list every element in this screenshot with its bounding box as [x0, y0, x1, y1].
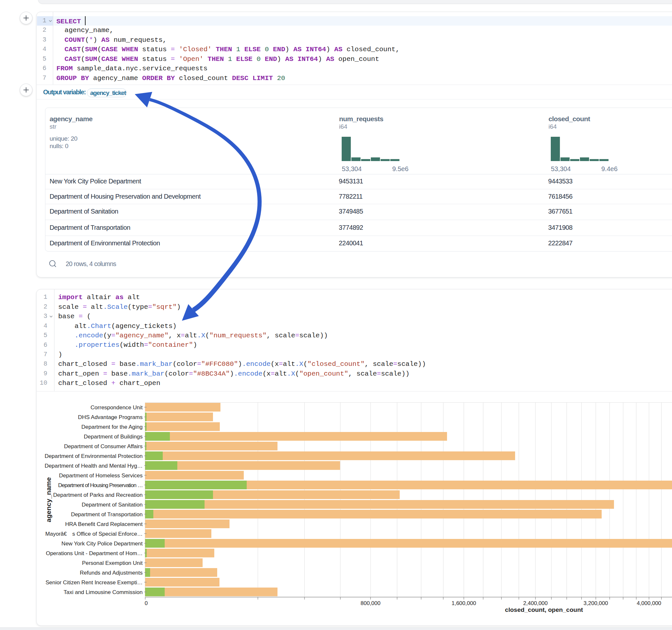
svg-text:DHS Advantage Programs: DHS Advantage Programs	[78, 414, 143, 420]
svg-text:Personal Exemption Unit: Personal Exemption Unit	[82, 560, 143, 566]
svg-text:Department of Health and Menta: Department of Health and Mental Hyg…	[45, 463, 143, 469]
svg-text:0: 0	[145, 600, 147, 606]
svg-text:Refunds and Adjustments: Refunds and Adjustments	[80, 570, 143, 576]
svg-text:Department of Environmental Pr: Department of Environmental Protection	[45, 453, 143, 459]
svg-text:Department of Housing Preserva: Department of Housing Preservation …	[58, 482, 143, 488]
svg-text:Operations Unit - Department o: Operations Unit - Department of Hom…	[46, 550, 143, 556]
svg-text:New York City Police Departmen: New York City Police Department	[62, 540, 143, 547]
svg-text:Department of Consumer Affairs: Department of Consumer Affairs	[64, 443, 143, 450]
svg-text:800,000: 800,000	[360, 600, 380, 606]
svg-text:Department of Buildings: Department of Buildings	[84, 434, 143, 440]
svg-text:Department for the Aging: Department for the Aging	[81, 424, 143, 430]
svg-text:2,400,000: 2,400,000	[523, 600, 548, 606]
svg-text:Department of Parks and Recrea: Department of Parks and Recreation	[53, 492, 143, 498]
svg-text:Mayorâ€ s Office of Special En: Mayorâ€ s Office of Special Enforce…	[45, 531, 143, 537]
svg-text:Department of Sanitation: Department of Sanitation	[82, 502, 143, 508]
svg-text:Senior Citizen Rent Increase E: Senior Citizen Rent Increase Exempti…	[45, 579, 143, 586]
svg-text:closed_count, open_count: closed_count, open_count	[505, 606, 583, 613]
svg-text:agency_name: agency_name	[45, 477, 52, 523]
svg-text:3,200,000: 3,200,000	[583, 600, 608, 606]
svg-text:1,600,000: 1,600,000	[452, 600, 476, 606]
svg-text:Department of Transportation: Department of Transportation	[71, 511, 143, 517]
svg-text:HRA Benefit Card Replacement: HRA Benefit Card Replacement	[65, 521, 143, 527]
svg-text:Correspondence Unit: Correspondence Unit	[91, 405, 143, 411]
svg-text:Taxi and Limousine Commission: Taxi and Limousine Commission	[64, 589, 143, 595]
svg-text:Department of Homeless Service: Department of Homeless Services	[59, 472, 143, 479]
svg-text:4,000,000: 4,000,000	[637, 600, 661, 606]
